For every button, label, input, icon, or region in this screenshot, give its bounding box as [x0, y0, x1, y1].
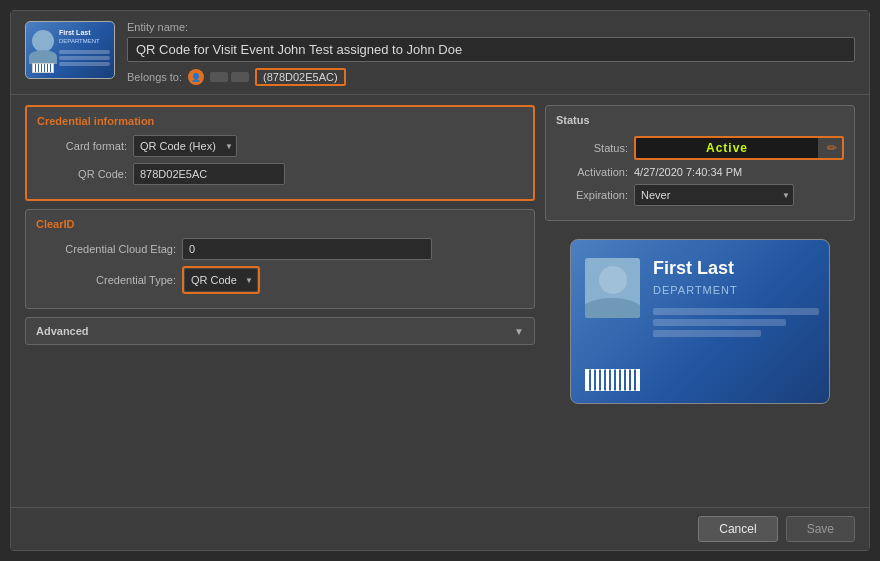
status-section-title: Status: [556, 114, 844, 126]
expiration-select[interactable]: Never Custom: [634, 184, 794, 206]
header-info: Entity name: Belongs to: 👤 (878D02E5AC): [127, 21, 855, 86]
etag-label: Credential Cloud Etag:: [36, 243, 176, 255]
expiration-select-wrapper[interactable]: Never Custom: [634, 184, 794, 206]
cancel-button[interactable]: Cancel: [698, 516, 777, 542]
card-lines: [59, 50, 110, 68]
large-card-line-3: [653, 330, 761, 337]
large-id-card: First Last DEPARTMENT: [570, 239, 830, 404]
credential-type-select-wrapper[interactable]: QR Code Card PIN Mobile: [185, 269, 257, 291]
belongs-dots: [210, 72, 249, 82]
belongs-row: Belongs to: 👤 (878D02E5AC): [127, 68, 855, 86]
right-panel: Status Status: Active ✏ Activation: 4/27…: [545, 105, 855, 497]
credential-section: Credential information Card format: QR C…: [25, 105, 535, 201]
large-card-line-1: [653, 308, 819, 315]
card-line-1: [59, 50, 110, 54]
belongs-id[interactable]: (878D02E5AC): [255, 68, 346, 86]
belongs-dot-2: [231, 72, 249, 82]
activation-value: 4/27/2020 7:40:34 PM: [634, 166, 742, 178]
status-badge-wrapper: Active ✏: [634, 136, 844, 160]
qr-code-label: QR Code:: [37, 168, 127, 180]
etag-input[interactable]: [182, 238, 432, 260]
avatar-small: [32, 30, 54, 52]
card-name-small: First Last: [59, 28, 91, 38]
large-card-department: DEPARTMENT: [653, 284, 738, 296]
qr-code-row: QR Code:: [37, 163, 523, 185]
barcode-small: [32, 63, 54, 73]
credential-type-wrapper: QR Code Card PIN Mobile: [182, 266, 260, 294]
etag-row: Credential Cloud Etag:: [36, 238, 524, 260]
large-card-avatar: [585, 258, 640, 318]
credential-type-select[interactable]: QR Code Card PIN Mobile: [185, 269, 257, 291]
advanced-title: Advanced: [36, 325, 89, 337]
card-format-select-wrapper[interactable]: QR Code (Hex): [133, 135, 237, 157]
status-row: Status: Active ✏: [556, 136, 844, 160]
card-format-row: Card format: QR Code (Hex): [37, 135, 523, 157]
main-content: Credential information Card format: QR C…: [11, 95, 869, 507]
status-badge: Active: [636, 138, 818, 158]
status-section: Status Status: Active ✏ Activation: 4/27…: [545, 105, 855, 221]
large-card-barcode: [585, 369, 640, 391]
expiration-row: Expiration: Never Custom: [556, 184, 844, 206]
save-button[interactable]: Save: [786, 516, 855, 542]
large-card-line-2: [653, 319, 786, 326]
clearid-section-title: ClearID: [36, 218, 524, 230]
footer: Cancel Save: [11, 507, 869, 550]
activation-row: Activation: 4/27/2020 7:40:34 PM: [556, 166, 844, 178]
belongs-label: Belongs to:: [127, 71, 182, 83]
card-format-label: Card format:: [37, 140, 127, 152]
clearid-section: ClearID Credential Cloud Etag: Credentia…: [25, 209, 535, 309]
card-line-2: [59, 56, 110, 60]
card-dept-small: DEPARTMENT: [59, 38, 100, 46]
credential-type-row: Credential Type: QR Code Card PIN Mobile: [36, 266, 524, 294]
large-card-lines: [653, 308, 819, 341]
large-card-name: First Last: [653, 258, 734, 280]
belongs-dot-1: [210, 72, 228, 82]
credential-section-title: Credential information: [37, 115, 523, 127]
entity-name-input[interactable]: [127, 37, 855, 62]
dialog: First Last DEPARTMENT Entity name: Belon…: [10, 10, 870, 551]
qr-code-input[interactable]: [133, 163, 285, 185]
activation-label: Activation:: [556, 166, 628, 178]
person-icon: 👤: [188, 69, 204, 85]
credential-type-label: Credential Type:: [36, 274, 176, 286]
card-format-select[interactable]: QR Code (Hex): [133, 135, 237, 157]
left-panel: Credential information Card format: QR C…: [25, 105, 535, 497]
entity-label: Entity name:: [127, 21, 855, 33]
advanced-section[interactable]: Advanced ▼: [25, 317, 535, 345]
id-card-thumbnail: First Last DEPARTMENT: [25, 21, 115, 79]
edit-icon[interactable]: ✏: [822, 139, 842, 157]
header: First Last DEPARTMENT Entity name: Belon…: [11, 11, 869, 95]
chevron-down-icon: ▼: [514, 326, 524, 337]
expiration-label: Expiration:: [556, 189, 628, 201]
card-line-3: [59, 62, 110, 66]
status-label: Status:: [556, 142, 628, 154]
